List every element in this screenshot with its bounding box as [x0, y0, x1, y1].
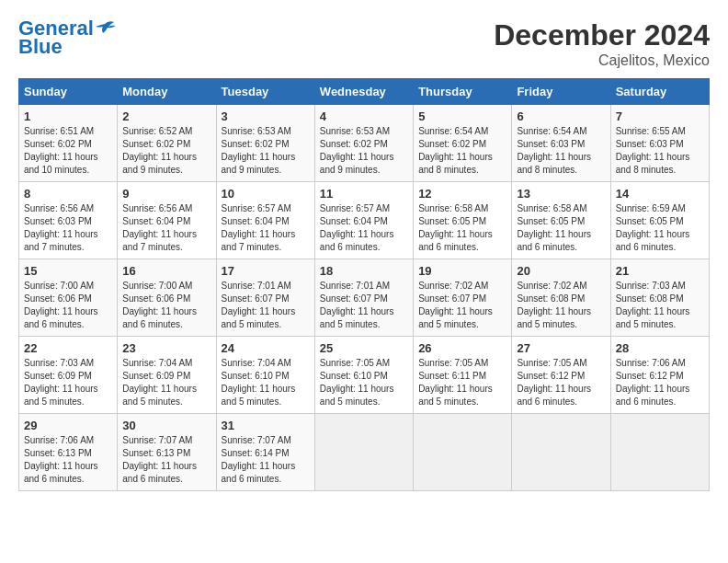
day-number: 30	[122, 419, 210, 432]
calendar-location: Cajelitos, Mexico	[494, 52, 710, 69]
calendar-cell: 19Sunrise: 7:02 AMSunset: 6:07 PMDayligh…	[414, 259, 512, 337]
calendar-cell	[414, 414, 512, 491]
day-info: Sunrise: 7:07 AMSunset: 6:14 PMDaylight:…	[222, 435, 296, 484]
calendar-week-row: 29Sunrise: 7:06 AMSunset: 6:13 PMDayligh…	[19, 414, 710, 491]
day-number: 14	[616, 187, 704, 201]
day-info: Sunrise: 7:05 AMSunset: 6:12 PMDaylight:…	[517, 358, 591, 407]
day-number: 29	[24, 419, 112, 432]
calendar-cell: 3Sunrise: 6:53 AMSunset: 6:02 PMDaylight…	[216, 105, 314, 182]
header-saturday: Saturday	[610, 79, 709, 105]
day-info: Sunrise: 7:04 AMSunset: 6:10 PMDaylight:…	[222, 358, 296, 407]
day-info: Sunrise: 6:52 AMSunset: 6:02 PMDaylight:…	[122, 126, 197, 175]
day-info: Sunrise: 7:06 AMSunset: 6:13 PMDaylight:…	[24, 435, 98, 484]
day-info: Sunrise: 7:03 AMSunset: 6:09 PMDaylight:…	[24, 358, 98, 407]
day-number: 21	[616, 264, 704, 278]
calendar-cell: 5Sunrise: 6:54 AMSunset: 6:02 PMDaylight…	[414, 105, 512, 182]
day-info: Sunrise: 7:02 AMSunset: 6:07 PMDaylight:…	[418, 281, 493, 329]
day-number: 4	[320, 109, 408, 123]
logo: General Blue	[18, 18, 116, 57]
day-number: 31	[222, 419, 310, 432]
day-number: 12	[418, 187, 506, 201]
calendar-cell: 18Sunrise: 7:01 AMSunset: 6:07 PMDayligh…	[314, 259, 413, 337]
calendar-header-row: Sunday Monday Tuesday Wednesday Thursday…	[19, 79, 710, 105]
day-info: Sunrise: 6:54 AMSunset: 6:03 PMDaylight:…	[517, 126, 591, 175]
calendar-title-block: December 2024 Cajelitos, Mexico	[494, 18, 710, 69]
day-info: Sunrise: 6:56 AMSunset: 6:04 PMDaylight:…	[122, 203, 197, 252]
header-wednesday: Wednesday	[314, 79, 413, 105]
logo-bird-icon	[96, 20, 116, 37]
calendar-cell	[512, 414, 610, 491]
day-number: 20	[517, 264, 605, 278]
header-friday: Friday	[512, 79, 610, 105]
header-monday: Monday	[118, 79, 216, 105]
calendar-cell: 20Sunrise: 7:02 AMSunset: 6:08 PMDayligh…	[512, 259, 610, 337]
calendar-cell: 30Sunrise: 7:07 AMSunset: 6:13 PMDayligh…	[118, 414, 216, 491]
day-number: 2	[122, 109, 210, 123]
calendar-cell	[610, 414, 709, 491]
calendar-cell: 26Sunrise: 7:05 AMSunset: 6:11 PMDayligh…	[414, 337, 512, 414]
day-number: 17	[222, 264, 310, 278]
page-header: General Blue December 2024 Cajelitos, Me…	[18, 18, 710, 69]
day-number: 16	[122, 264, 210, 278]
day-number: 22	[24, 341, 112, 355]
calendar-cell: 24Sunrise: 7:04 AMSunset: 6:10 PMDayligh…	[216, 337, 314, 414]
day-info: Sunrise: 7:07 AMSunset: 6:13 PMDaylight:…	[122, 435, 197, 484]
day-number: 9	[122, 187, 210, 201]
calendar-cell: 10Sunrise: 6:57 AMSunset: 6:04 PMDayligh…	[216, 182, 314, 259]
header-sunday: Sunday	[19, 79, 118, 105]
day-number: 10	[222, 187, 310, 201]
day-info: Sunrise: 6:59 AMSunset: 6:05 PMDaylight:…	[616, 203, 690, 252]
calendar-cell: 15Sunrise: 7:00 AMSunset: 6:06 PMDayligh…	[19, 259, 118, 337]
day-info: Sunrise: 6:57 AMSunset: 6:04 PMDaylight:…	[320, 203, 394, 252]
day-number: 26	[418, 341, 506, 355]
day-number: 25	[320, 341, 408, 355]
calendar-cell: 23Sunrise: 7:04 AMSunset: 6:09 PMDayligh…	[118, 337, 216, 414]
calendar-cell: 7Sunrise: 6:55 AMSunset: 6:03 PMDaylight…	[610, 105, 709, 182]
day-number: 23	[122, 341, 210, 355]
calendar-cell: 14Sunrise: 6:59 AMSunset: 6:05 PMDayligh…	[610, 182, 709, 259]
calendar-cell	[314, 414, 413, 491]
day-number: 6	[517, 109, 605, 123]
day-number: 18	[320, 264, 408, 278]
calendar-cell: 25Sunrise: 7:05 AMSunset: 6:10 PMDayligh…	[314, 337, 413, 414]
calendar-cell: 6Sunrise: 6:54 AMSunset: 6:03 PMDaylight…	[512, 105, 610, 182]
calendar-cell: 22Sunrise: 7:03 AMSunset: 6:09 PMDayligh…	[19, 337, 118, 414]
calendar-cell: 28Sunrise: 7:06 AMSunset: 6:12 PMDayligh…	[610, 337, 709, 414]
calendar-table: Sunday Monday Tuesday Wednesday Thursday…	[18, 78, 710, 491]
day-info: Sunrise: 6:53 AMSunset: 6:02 PMDaylight:…	[320, 126, 394, 175]
day-info: Sunrise: 6:55 AMSunset: 6:03 PMDaylight:…	[616, 126, 690, 175]
day-number: 24	[222, 341, 310, 355]
calendar-cell: 4Sunrise: 6:53 AMSunset: 6:02 PMDaylight…	[314, 105, 413, 182]
day-number: 5	[418, 109, 506, 123]
day-info: Sunrise: 6:53 AMSunset: 6:02 PMDaylight:…	[222, 126, 296, 175]
calendar-cell: 17Sunrise: 7:01 AMSunset: 6:07 PMDayligh…	[216, 259, 314, 337]
calendar-week-row: 8Sunrise: 6:56 AMSunset: 6:03 PMDaylight…	[19, 182, 710, 259]
day-info: Sunrise: 7:01 AMSunset: 6:07 PMDaylight:…	[320, 281, 394, 329]
day-info: Sunrise: 7:00 AMSunset: 6:06 PMDaylight:…	[24, 281, 98, 329]
day-number: 19	[418, 264, 506, 278]
day-number: 27	[517, 341, 605, 355]
calendar-month-year: December 2024	[494, 18, 710, 52]
day-number: 28	[616, 341, 704, 355]
calendar-cell: 29Sunrise: 7:06 AMSunset: 6:13 PMDayligh…	[19, 414, 118, 491]
calendar-week-row: 22Sunrise: 7:03 AMSunset: 6:09 PMDayligh…	[19, 337, 710, 414]
day-info: Sunrise: 6:51 AMSunset: 6:02 PMDaylight:…	[24, 126, 98, 175]
calendar-cell: 11Sunrise: 6:57 AMSunset: 6:04 PMDayligh…	[314, 182, 413, 259]
day-info: Sunrise: 6:58 AMSunset: 6:05 PMDaylight:…	[418, 203, 493, 252]
day-info: Sunrise: 7:06 AMSunset: 6:12 PMDaylight:…	[616, 358, 690, 407]
day-info: Sunrise: 7:00 AMSunset: 6:06 PMDaylight:…	[122, 281, 197, 329]
day-number: 3	[222, 109, 310, 123]
day-info: Sunrise: 7:03 AMSunset: 6:08 PMDaylight:…	[616, 281, 690, 329]
header-thursday: Thursday	[414, 79, 512, 105]
calendar-cell: 2Sunrise: 6:52 AMSunset: 6:02 PMDaylight…	[118, 105, 216, 182]
calendar-cell: 9Sunrise: 6:56 AMSunset: 6:04 PMDaylight…	[118, 182, 216, 259]
day-info: Sunrise: 7:01 AMSunset: 6:07 PMDaylight:…	[222, 281, 296, 329]
day-number: 13	[517, 187, 605, 201]
day-info: Sunrise: 7:05 AMSunset: 6:10 PMDaylight:…	[320, 358, 394, 407]
day-info: Sunrise: 6:56 AMSunset: 6:03 PMDaylight:…	[24, 203, 98, 252]
day-info: Sunrise: 7:05 AMSunset: 6:11 PMDaylight:…	[418, 358, 493, 407]
day-number: 1	[24, 109, 112, 123]
day-number: 8	[24, 187, 112, 201]
day-number: 7	[616, 109, 704, 123]
calendar-cell: 8Sunrise: 6:56 AMSunset: 6:03 PMDaylight…	[19, 182, 118, 259]
